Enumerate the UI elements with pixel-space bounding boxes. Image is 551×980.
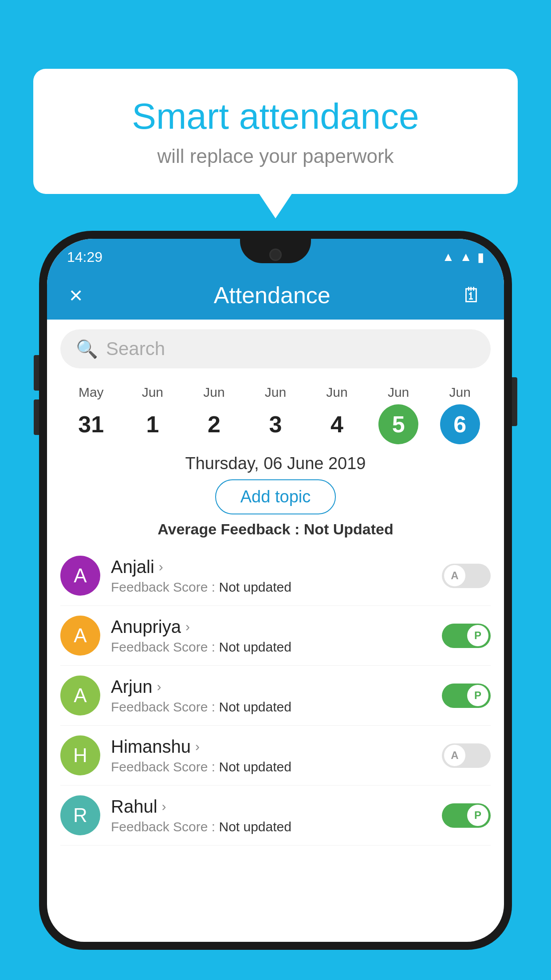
calendar-icon[interactable]: 🗓: [461, 283, 482, 307]
chevron-right-icon: ›: [157, 679, 161, 694]
student-item[interactable]: AAnjali ›Feedback Score : Not updatedA: [60, 546, 491, 606]
student-item[interactable]: AArjun ›Feedback Score : Not updatedP: [60, 666, 491, 726]
wifi-icon: ▲: [442, 250, 455, 264]
app-header: × Attendance 🗓: [47, 271, 504, 320]
cal-month-label: May: [79, 385, 104, 400]
front-camera: [269, 249, 282, 261]
cal-date-label: 5: [378, 404, 418, 444]
feedback-value: Not updated: [219, 580, 291, 594]
speech-bubble: Smart attendance will replace your paper…: [33, 69, 518, 194]
phone-frame: 14:29 ▲ ▲ ▮ × Attendance 🗓 🔍 Search Ma: [39, 231, 512, 980]
student-info: Anupriya ›Feedback Score : Not updated: [111, 617, 431, 655]
battery-icon: ▮: [477, 250, 484, 265]
attendance-toggle[interactable]: A: [442, 564, 491, 588]
calendar-day[interactable]: Jun4: [317, 385, 357, 444]
cal-date-label: 2: [194, 404, 234, 444]
attendance-toggle[interactable]: P: [442, 684, 491, 708]
calendar-day[interactable]: Jun1: [133, 385, 173, 444]
calendar-strip: May31Jun1Jun2Jun3Jun4Jun5Jun6: [47, 378, 504, 449]
chevron-right-icon: ›: [159, 559, 163, 574]
cal-month-label: Jun: [449, 385, 470, 400]
status-icons: ▲ ▲ ▮: [442, 250, 484, 265]
student-feedback: Feedback Score : Not updated: [111, 580, 431, 595]
student-avatar: A: [60, 616, 100, 656]
feedback-value: Not updated: [219, 759, 291, 774]
cal-month-label: Jun: [265, 385, 286, 400]
avg-feedback: Average Feedback : Not Updated: [47, 521, 504, 538]
cal-date-label: 6: [440, 404, 480, 444]
student-item[interactable]: HHimanshu ›Feedback Score : Not updatedA: [60, 726, 491, 786]
student-item[interactable]: RRahul ›Feedback Score : Not updatedP: [60, 786, 491, 846]
speech-bubble-subtitle: will replace your paperwork: [69, 145, 482, 167]
cal-month-label: Jun: [203, 385, 224, 400]
chevron-right-icon: ›: [162, 799, 166, 814]
calendar-day[interactable]: Jun5: [378, 385, 418, 444]
student-item[interactable]: AAnupriya ›Feedback Score : Not updatedP: [60, 606, 491, 666]
status-time: 14:29: [67, 249, 102, 265]
toggle-knob: P: [467, 805, 488, 826]
toggle-knob: P: [467, 625, 488, 646]
cal-month-label: Jun: [388, 385, 409, 400]
student-list: AAnjali ›Feedback Score : Not updatedAAA…: [47, 546, 504, 846]
feedback-value: Not updated: [219, 640, 291, 654]
student-avatar: A: [60, 556, 100, 596]
volume-down-button[interactable]: [34, 399, 39, 435]
cal-date-label: 31: [71, 404, 111, 444]
cal-month-label: Jun: [142, 385, 163, 400]
attendance-toggle[interactable]: P: [442, 624, 491, 648]
search-input[interactable]: Search: [106, 338, 165, 360]
chevron-right-icon: ›: [195, 739, 200, 754]
student-avatar: A: [60, 676, 100, 715]
avg-feedback-label: Average Feedback :: [157, 521, 303, 537]
power-button[interactable]: [512, 377, 517, 426]
phone-notch: [240, 239, 311, 263]
student-info: Anjali ›Feedback Score : Not updated: [111, 557, 431, 595]
avg-feedback-value: Not Updated: [304, 521, 394, 537]
student-name: Anupriya ›: [111, 617, 431, 637]
chevron-right-icon: ›: [185, 619, 190, 634]
calendar-day[interactable]: Jun2: [194, 385, 234, 444]
student-avatar: H: [60, 735, 100, 775]
student-name: Arjun ›: [111, 677, 431, 697]
student-info: Arjun ›Feedback Score : Not updated: [111, 677, 431, 715]
student-feedback: Feedback Score : Not updated: [111, 640, 431, 655]
phone-outer: 14:29 ▲ ▲ ▮ × Attendance 🗓 🔍 Search Ma: [39, 231, 512, 950]
close-button[interactable]: ×: [69, 282, 83, 308]
calendar-day[interactable]: May31: [71, 385, 111, 444]
student-feedback: Feedback Score : Not updated: [111, 819, 431, 834]
cal-date-label: 1: [133, 404, 173, 444]
calendar-day[interactable]: Jun3: [256, 385, 295, 444]
toggle-knob: P: [467, 685, 488, 706]
student-info: Rahul ›Feedback Score : Not updated: [111, 797, 431, 834]
attendance-toggle[interactable]: A: [442, 743, 491, 768]
search-icon: 🔍: [76, 339, 98, 360]
signal-icon: ▲: [460, 250, 472, 264]
cal-date-label: 4: [317, 404, 357, 444]
app-title: Attendance: [214, 282, 331, 308]
feedback-value: Not updated: [219, 699, 291, 714]
phone-screen: 14:29 ▲ ▲ ▮ × Attendance 🗓 🔍 Search Ma: [47, 239, 504, 942]
student-name: Himanshu ›: [111, 737, 431, 757]
volume-up-button[interactable]: [34, 355, 39, 391]
student-avatar: R: [60, 795, 100, 835]
feedback-value: Not updated: [219, 819, 291, 834]
search-bar[interactable]: 🔍 Search: [60, 329, 491, 368]
student-feedback: Feedback Score : Not updated: [111, 759, 431, 775]
student-name: Rahul ›: [111, 797, 431, 817]
cal-date-label: 3: [256, 404, 295, 444]
calendar-day[interactable]: Jun6: [440, 385, 480, 444]
speech-bubble-title: Smart attendance: [69, 95, 482, 137]
attendance-toggle[interactable]: P: [442, 803, 491, 828]
selected-date-label: Thursday, 06 June 2019: [47, 454, 504, 473]
toggle-knob: A: [444, 565, 465, 586]
speech-bubble-container: Smart attendance will replace your paper…: [33, 69, 518, 194]
student-feedback: Feedback Score : Not updated: [111, 699, 431, 715]
cal-month-label: Jun: [326, 385, 347, 400]
student-name: Anjali ›: [111, 557, 431, 577]
toggle-knob: A: [444, 745, 465, 766]
add-topic-button[interactable]: Add topic: [215, 479, 336, 514]
student-info: Himanshu ›Feedback Score : Not updated: [111, 737, 431, 775]
